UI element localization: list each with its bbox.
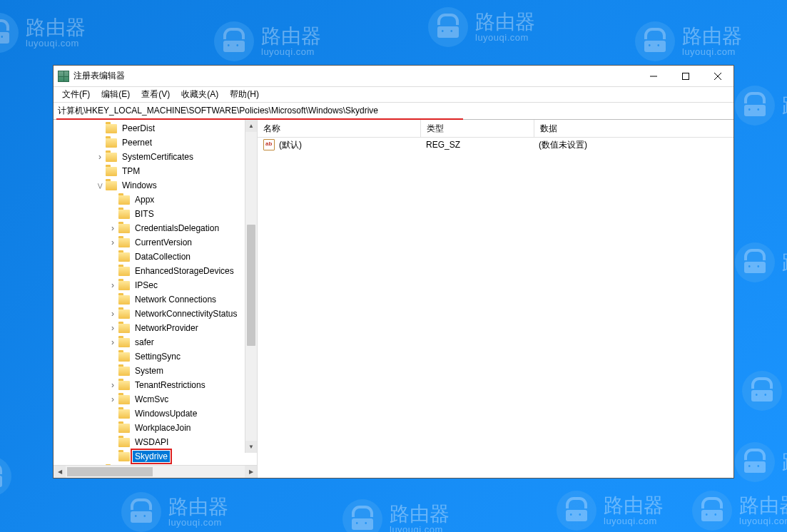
- tree-node[interactable]: ›PeerDist: [54, 121, 257, 135]
- tree-node-label: Windows: [120, 180, 159, 191]
- tree-node-label: Network Connections: [133, 294, 218, 305]
- folder-icon: [118, 295, 130, 305]
- tree-node-label: BITS: [133, 208, 156, 220]
- tree-node[interactable]: ›Peernet: [54, 135, 257, 150]
- menu-edit[interactable]: 编辑(E): [96, 87, 136, 102]
- scroll-right-icon[interactable]: ▶: [245, 466, 257, 478]
- tree-node[interactable]: ›EnhancedStorageDevices: [54, 264, 257, 278]
- title-bar[interactable]: 注册表编辑器: [54, 66, 733, 87]
- tree-node[interactable]: ›WSDAPI: [54, 435, 257, 449]
- hscroll-thumb[interactable]: [67, 467, 153, 476]
- value-name: (默认): [279, 139, 302, 151]
- tree-node-label: NetworkConnectivityStatus: [133, 308, 239, 319]
- tree-node-label: safer: [133, 337, 156, 348]
- tree-node[interactable]: ›safer: [54, 335, 257, 349]
- folder-icon: [118, 338, 130, 347]
- folder-icon: [118, 210, 130, 219]
- tree-node-label: DataCollection: [133, 251, 193, 262]
- tree-node-label: EnhancedStorageDevices: [133, 265, 236, 277]
- tree-node[interactable]: ›Appx: [54, 193, 257, 207]
- tree-horizontal-scrollbar[interactable]: ◀ ▶: [54, 465, 257, 478]
- tree-node[interactable]: ›CurrentVersion: [54, 235, 257, 250]
- chevron-down-icon[interactable]: ⋁: [95, 180, 105, 190]
- menu-favorites[interactable]: 收藏夹(A): [176, 87, 224, 102]
- registry-tree[interactable]: ›PeerDist›Peernet›SystemCertificates›TPM…: [54, 120, 257, 465]
- scroll-up-icon[interactable]: ▲: [245, 120, 257, 132]
- folder-icon: [118, 438, 130, 447]
- tree-node[interactable]: ›BITS: [54, 207, 257, 221]
- tree-node[interactable]: ›NetworkProvider: [54, 321, 257, 335]
- tree-node-label: System: [133, 365, 166, 377]
- menu-view[interactable]: 查看(V): [136, 87, 176, 102]
- folder-icon: [106, 124, 117, 133]
- tree-node[interactable]: ›TPM: [54, 164, 257, 178]
- tree-node-label: WSDAPI: [133, 436, 171, 448]
- menu-bar: 文件(F) 编辑(E) 查看(V) 收藏夹(A) 帮助(H): [54, 87, 733, 103]
- menu-help[interactable]: 帮助(H): [224, 87, 265, 102]
- folder-icon: [118, 252, 130, 262]
- tree-pane: ›PeerDist›Peernet›SystemCertificates›TPM…: [54, 120, 258, 478]
- folder-icon: [118, 424, 130, 433]
- tree-node[interactable]: ›DataCollection: [54, 250, 257, 264]
- tree-node[interactable]: ›Skydrive: [54, 449, 257, 464]
- scroll-down-icon[interactable]: ▼: [245, 441, 257, 453]
- folder-icon: [118, 324, 130, 333]
- chevron-right-icon[interactable]: ›: [108, 380, 118, 390]
- tree-node[interactable]: ›Network Connections: [54, 292, 257, 307]
- chevron-right-icon[interactable]: ›: [108, 237, 118, 247]
- tree-node[interactable]: ›WcmSvc: [54, 392, 257, 406]
- tree-node[interactable]: ›WindowsUpdate: [54, 406, 257, 421]
- value-type: REG_SZ: [420, 140, 533, 150]
- tree-node-label: WorkplaceJoin: [133, 422, 193, 434]
- tree-vertical-scrollbar[interactable]: ▲ ▼: [245, 120, 257, 453]
- chevron-right-icon[interactable]: ›: [108, 323, 118, 333]
- close-button[interactable]: [701, 66, 733, 86]
- tree-node[interactable]: ⋁Windows: [54, 178, 257, 193]
- folder-icon: [118, 238, 130, 247]
- values-pane: 名称 类型 数据 ab(默认)REG_SZ(数值未设置): [258, 120, 733, 478]
- folder-icon: [118, 195, 130, 205]
- tree-node[interactable]: ›WorkplaceJoin: [54, 421, 257, 435]
- column-data[interactable]: 数据: [534, 120, 733, 137]
- chevron-right-icon[interactable]: ›: [108, 394, 118, 404]
- tree-node-label: WindowsUpdate: [133, 408, 199, 419]
- chevron-right-icon[interactable]: ›: [108, 223, 118, 233]
- minimize-button[interactable]: [637, 66, 669, 86]
- tree-node-label: TPM: [120, 165, 142, 177]
- scroll-thumb[interactable]: [247, 225, 255, 346]
- tree-node-label: Appx: [133, 194, 156, 205]
- tree-node-label: CredentialsDelegation: [133, 222, 221, 234]
- column-type[interactable]: 类型: [421, 120, 534, 137]
- scroll-left-icon[interactable]: ◀: [54, 466, 66, 478]
- tree-node-label: TenantRestrictions: [133, 379, 208, 391]
- window-title: 注册表编辑器: [73, 70, 125, 82]
- values-list[interactable]: ab(默认)REG_SZ(数值未设置): [258, 138, 733, 478]
- maximize-button[interactable]: [669, 66, 701, 86]
- app-window: 注册表编辑器 文件(F) 编辑(E) 查看(V) 收藏夹(A) 帮助(H): [53, 65, 734, 479]
- tree-node-label: WcmSvc: [133, 394, 171, 405]
- menu-file[interactable]: 文件(F): [56, 87, 96, 102]
- tree-node[interactable]: ›TenantRestrictions: [54, 378, 257, 392]
- tree-node[interactable]: ›SystemCertificates: [54, 150, 257, 164]
- chevron-right-icon[interactable]: ›: [108, 337, 118, 347]
- folder-icon: [106, 181, 117, 190]
- address-input[interactable]: [56, 104, 731, 118]
- tree-node-label: CurrentVersion: [133, 237, 194, 248]
- tree-node[interactable]: ›System: [54, 364, 257, 378]
- tree-node[interactable]: ›Windows Advanced Threat: [54, 464, 257, 465]
- chevron-right-icon[interactable]: ›: [108, 309, 118, 319]
- tree-node[interactable]: ›IPSec: [54, 278, 257, 292]
- tree-node-label: Peernet: [120, 137, 154, 148]
- tree-node-label: Skydrive: [133, 451, 170, 462]
- tree-node[interactable]: ›NetworkConnectivityStatus: [54, 307, 257, 321]
- values-header: 名称 类型 数据: [258, 120, 733, 138]
- folder-icon: [106, 138, 117, 148]
- tree-node[interactable]: ›SettingSync: [54, 349, 257, 364]
- tree-node-label: NetworkProvider: [133, 322, 200, 334]
- chevron-right-icon[interactable]: ›: [108, 280, 118, 290]
- folder-icon: [118, 310, 130, 319]
- value-row[interactable]: ab(默认)REG_SZ(数值未设置): [258, 138, 733, 152]
- column-name[interactable]: 名称: [258, 120, 421, 137]
- tree-node[interactable]: ›CredentialsDelegation: [54, 221, 257, 235]
- chevron-right-icon[interactable]: ›: [95, 152, 105, 162]
